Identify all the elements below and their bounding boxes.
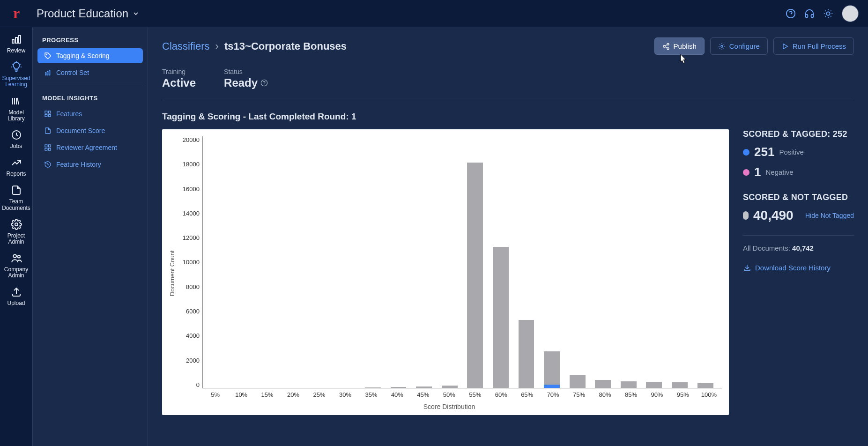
svg-point-38 [667, 47, 669, 49]
info-icon[interactable] [260, 79, 268, 87]
breadcrumb-root[interactable]: Classifiers [162, 40, 209, 52]
rail-project-admin[interactable]: Project Admin [1, 218, 31, 245]
configure-button[interactable]: Configure [710, 37, 768, 55]
bar-column[interactable] [692, 136, 718, 388]
gear-icon [10, 218, 23, 231]
bar-not-tagged [697, 383, 713, 388]
bar-not-tagged [416, 387, 432, 388]
y-tick: 20000 [183, 136, 200, 143]
bar-column[interactable] [539, 136, 565, 388]
bar-column[interactable] [590, 136, 616, 388]
bar-column[interactable] [462, 136, 488, 388]
bar-not-tagged [519, 320, 534, 388]
tag-icon [44, 52, 52, 59]
bar-positive [544, 385, 560, 388]
hide-not-tagged-link[interactable]: Hide Not Tagged [805, 211, 854, 220]
bar-column[interactable] [641, 136, 667, 388]
svg-rect-32 [45, 145, 47, 147]
bar-column[interactable] [309, 136, 334, 388]
chart-y-label: Document Count [168, 136, 177, 410]
x-tick: 80% [592, 388, 618, 401]
bar-not-tagged [544, 351, 560, 385]
bar-column[interactable] [232, 136, 258, 388]
bar-column[interactable] [513, 136, 539, 388]
app-logo[interactable]: r [5, 5, 28, 22]
svg-rect-30 [45, 114, 47, 117]
sidebar-item-reviewer-agreement[interactable]: Reviewer Agreement [37, 140, 143, 155]
lightbulb-icon [10, 60, 23, 74]
y-tick: 18000 [183, 161, 200, 168]
bar-column[interactable] [283, 136, 309, 388]
svg-rect-29 [48, 111, 51, 113]
x-tick: 30% [332, 388, 358, 401]
share-icon [662, 43, 670, 50]
bar-column[interactable] [207, 136, 232, 388]
rail-review[interactable]: Review [1, 33, 31, 54]
workspace-name-label: Product Education [37, 7, 128, 20]
support-icon[interactable] [804, 8, 815, 19]
bar-column[interactable] [411, 136, 437, 388]
sidebar-item-features[interactable]: Features [37, 106, 143, 121]
score-distribution-chart: Document Count 2000018000160001400012000… [162, 129, 729, 415]
file-icon [44, 127, 52, 134]
x-tick: 90% [644, 388, 670, 401]
rail-jobs[interactable]: Jobs [1, 128, 31, 149]
bar-column[interactable] [386, 136, 411, 388]
x-tick: 85% [618, 388, 644, 401]
stats-divider [743, 235, 854, 236]
svg-rect-13 [19, 36, 21, 43]
topbar-right [786, 5, 859, 22]
rail-model-library[interactable]: Model Library [1, 95, 31, 122]
bar-column[interactable] [667, 136, 693, 388]
rail-team-documents[interactable]: Team Documents [1, 184, 31, 211]
bar-not-tagged [672, 382, 688, 388]
rail-upload[interactable]: Upload [1, 285, 31, 306]
sidebar-item-tagging-scoring[interactable]: Tagging & Scoring [37, 48, 143, 63]
stats-panel: SCORED & TAGGED: 252 251 Positive 1 Nega… [743, 129, 854, 272]
run-full-process-button[interactable]: Run Full Process [773, 37, 854, 55]
main-content: Classifiers › ts13~Corporate Bonuses Pub… [148, 27, 868, 446]
y-tick: 14000 [183, 210, 200, 217]
action-buttons: Publish Configure Run Full Process [654, 37, 854, 55]
chart-x-label: Score Distribution [177, 403, 722, 410]
sidebar-item-feature-history[interactable]: Feature History [37, 157, 143, 172]
bar-column[interactable] [360, 136, 386, 388]
gear-icon [718, 43, 726, 50]
y-tick: 0 [196, 381, 200, 388]
sidebar-divider [37, 86, 143, 86]
svg-rect-26 [47, 71, 48, 75]
bar-column[interactable] [488, 136, 514, 388]
theme-icon[interactable] [823, 8, 833, 19]
bar-not-tagged [442, 386, 458, 388]
library-icon [10, 95, 23, 108]
svg-line-15 [12, 64, 13, 65]
bar-column[interactable] [334, 136, 360, 388]
bar-column[interactable] [437, 136, 462, 388]
bar-not-tagged [595, 380, 611, 388]
x-tick: 35% [358, 388, 384, 401]
grid-icon [44, 110, 52, 118]
rail-supervised-learning[interactable]: Supervised Learning [1, 60, 31, 88]
download-score-history-link[interactable]: Download Score History [743, 263, 854, 272]
x-tick: 15% [254, 388, 280, 401]
help-icon[interactable] [786, 8, 796, 19]
rail-company-admin[interactable]: Company Admin [1, 252, 31, 279]
y-tick: 10000 [183, 259, 200, 266]
bar-column[interactable] [564, 136, 590, 388]
rail-reports[interactable]: Reports [1, 156, 31, 177]
bar-column[interactable] [616, 136, 642, 388]
header-row: Classifiers › ts13~Corporate Bonuses Pub… [162, 37, 854, 55]
sidebar-item-document-score[interactable]: Document Score [37, 123, 143, 138]
x-tick: 55% [462, 388, 488, 401]
user-avatar[interactable] [842, 5, 859, 22]
publish-button[interactable]: Publish [654, 37, 705, 55]
svg-rect-35 [48, 148, 51, 150]
svg-rect-34 [45, 148, 47, 150]
svg-point-37 [663, 45, 665, 47]
workspace-switcher[interactable]: Product Education [37, 7, 140, 20]
sidebar-item-control-set[interactable]: Control Set [37, 65, 143, 80]
svg-line-39 [665, 45, 667, 46]
x-tick: 50% [436, 388, 462, 401]
sidebar-section-progress: PROGRESS [37, 34, 143, 46]
bar-column[interactable] [258, 136, 283, 388]
